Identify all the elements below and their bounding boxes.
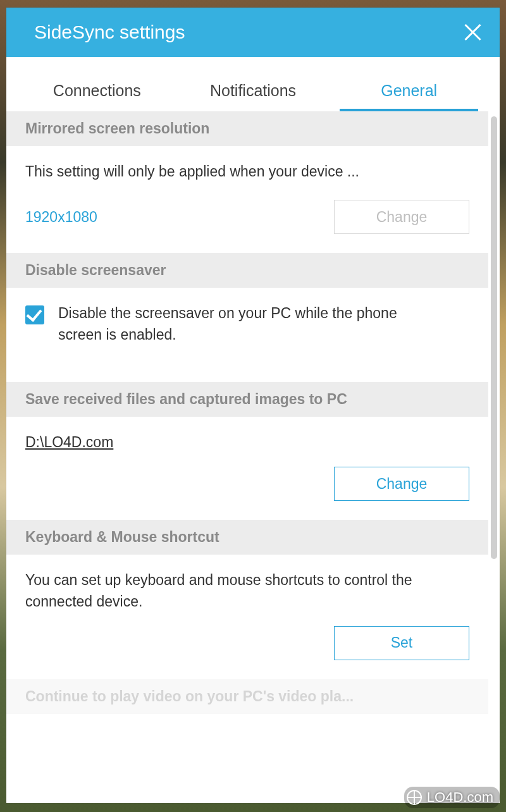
section-body-screensaver: Disable the screensaver on your PC while… [6, 288, 488, 364]
section-header-continue-video: Continue to play video on your PC's vide… [6, 679, 488, 714]
section-body-savepath: D:\LO4D.com Change [6, 417, 488, 520]
desktop-background: SideSync settings Connections Notificati… [0, 0, 506, 812]
shortcut-description: You can set up keyboard and mouse shortc… [25, 570, 417, 612]
scroll-content: Mirrored screen resolution This setting … [6, 111, 488, 803]
content-area: Mirrored screen resolution This setting … [6, 111, 500, 803]
section-header-savepath: Save received files and captured images … [6, 382, 488, 417]
globe-icon [407, 790, 422, 805]
scrollbar-thumb[interactable] [491, 116, 497, 559]
section-header-resolution: Mirrored screen resolution [6, 111, 488, 146]
window-title: SideSync settings [34, 22, 185, 43]
settings-window: SideSync settings Connections Notificati… [6, 8, 500, 803]
close-icon[interactable] [463, 23, 482, 42]
resolution-value: 1920x1080 [25, 207, 97, 228]
watermark-text: LO4D.com [427, 789, 493, 806]
section-header-shortcut: Keyboard & Mouse shortcut [6, 520, 488, 555]
watermark: LO4D.com [404, 787, 500, 808]
disable-screensaver-checkbox[interactable] [25, 305, 44, 324]
save-path-value: D:\LO4D.com [25, 432, 469, 453]
tab-general[interactable]: General [331, 64, 487, 111]
change-resolution-button[interactable]: Change [334, 200, 469, 234]
resolution-description: This setting will only be applied when y… [25, 161, 469, 182]
section-body-resolution: This setting will only be applied when y… [6, 146, 488, 253]
change-savepath-button[interactable]: Change [334, 467, 469, 501]
disable-screensaver-label: Disable the screensaver on your PC while… [58, 303, 412, 345]
tabs: Connections Notifications General [6, 57, 500, 111]
tab-notifications[interactable]: Notifications [175, 64, 331, 111]
tab-connections[interactable]: Connections [19, 64, 175, 111]
titlebar: SideSync settings [6, 8, 500, 57]
section-header-screensaver: Disable screensaver [6, 253, 488, 288]
set-shortcut-button[interactable]: Set [334, 626, 469, 660]
section-body-shortcut: You can set up keyboard and mouse shortc… [6, 555, 488, 679]
